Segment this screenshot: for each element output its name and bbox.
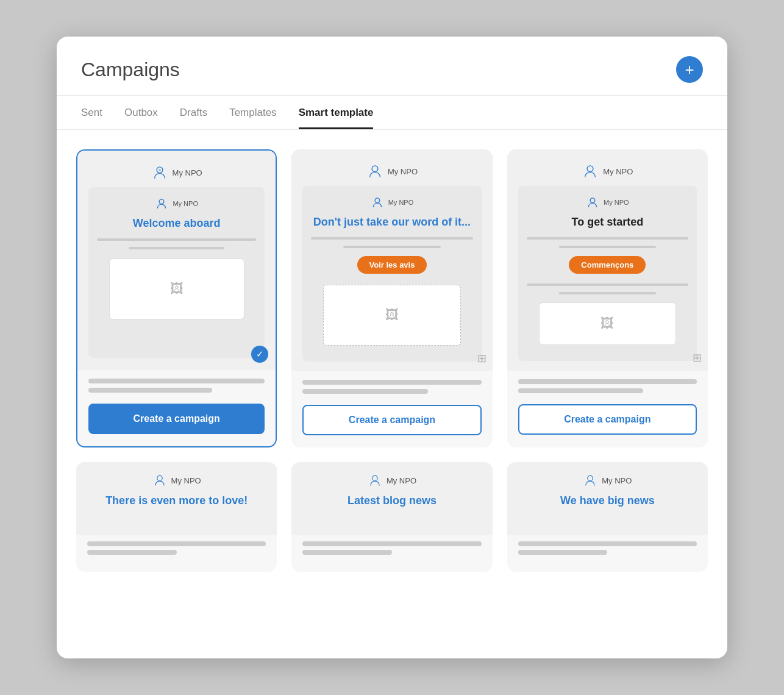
svg-point-2 bbox=[160, 199, 165, 204]
divider-7 bbox=[527, 283, 688, 286]
brand-logo-icon-3 bbox=[582, 163, 599, 180]
selected-check-badge: ✓ bbox=[251, 346, 268, 363]
inner-brand-name-1: My NPO bbox=[173, 200, 198, 207]
card-title-word: Don't just take our word of it... bbox=[313, 215, 471, 229]
image-placeholder-3: 🖼 bbox=[539, 302, 677, 345]
image-icon-1: 🖼 bbox=[170, 281, 184, 297]
text-line-1 bbox=[88, 379, 265, 383]
card-big-news-body bbox=[507, 535, 708, 560]
tab-outbox[interactable]: Outbox bbox=[124, 96, 158, 129]
card-title-blog-news: Latest blog news bbox=[347, 494, 437, 508]
create-campaign-btn-2[interactable]: Create a campaign bbox=[302, 405, 481, 435]
text-line-10 bbox=[302, 550, 392, 555]
card-big-news-preview: My NPO We have big news bbox=[507, 462, 708, 535]
card-welcome[interactable]: My NPO My NPO Welcome aboard bbox=[76, 149, 277, 447]
tab-smart-template[interactable]: Smart template bbox=[299, 96, 374, 129]
divider-2 bbox=[129, 247, 224, 249]
card-started-preview: My NPO My NPO To get started bbox=[507, 149, 708, 371]
text-line-8 bbox=[87, 550, 177, 555]
divider-5 bbox=[527, 237, 688, 240]
card-title-welcome: Welcome aboard bbox=[133, 216, 221, 230]
brand-logo-icon-6 bbox=[583, 473, 597, 488]
create-campaign-btn-1[interactable]: Create a campaign bbox=[88, 404, 265, 434]
cards-grid: My NPO My NPO Welcome aboard bbox=[76, 149, 708, 447]
card-welcome-body bbox=[77, 370, 276, 393]
brand-row-5: My NPO bbox=[368, 473, 416, 488]
tab-templates[interactable]: Templates bbox=[229, 96, 276, 129]
card-title-more-love: There is even more to love! bbox=[105, 494, 248, 508]
card-title-big-news: We have big news bbox=[560, 494, 655, 508]
page-title: Campaigns bbox=[81, 59, 180, 81]
brand-logo-icon-5 bbox=[368, 473, 382, 488]
inner-brand-name-2: My NPO bbox=[388, 199, 414, 206]
svg-point-1 bbox=[158, 169, 160, 171]
svg-point-4 bbox=[375, 198, 380, 203]
text-line-11 bbox=[518, 541, 697, 546]
voir-les-avis-btn[interactable]: Voir les avis bbox=[357, 256, 427, 274]
text-line-2 bbox=[88, 388, 212, 393]
text-line-3 bbox=[302, 380, 481, 385]
brand-name-6: My NPO bbox=[602, 476, 632, 485]
svg-point-7 bbox=[157, 476, 162, 481]
card-blog-news-body bbox=[291, 535, 492, 560]
text-line-6 bbox=[518, 388, 643, 393]
brand-logo-icon-4 bbox=[152, 473, 167, 488]
brand-row-3: My NPO bbox=[582, 163, 633, 180]
text-line-4 bbox=[302, 389, 427, 394]
tab-drafts[interactable]: Drafts bbox=[180, 96, 207, 129]
add-button[interactable]: + bbox=[676, 56, 703, 83]
svg-point-8 bbox=[372, 476, 377, 481]
card-word-body bbox=[291, 371, 492, 394]
card-word-preview: My NPO My NPO Don't just take our word o… bbox=[291, 149, 492, 371]
card-title-started: To get started bbox=[571, 215, 643, 229]
brand-row-4: My NPO bbox=[152, 473, 201, 488]
brand-row: My NPO bbox=[151, 164, 202, 181]
divider-4 bbox=[343, 246, 440, 248]
image-placeholder-1: 🖼 bbox=[109, 258, 244, 319]
card-word[interactable]: My NPO My NPO Don't just take our word o… bbox=[291, 149, 492, 447]
card-blog-news-preview: My NPO Latest blog news bbox=[291, 462, 492, 535]
card-word-inner: My NPO Don't just take our word of it...… bbox=[302, 186, 481, 362]
text-line-9 bbox=[302, 541, 481, 546]
card-big-news[interactable]: My NPO We have big news bbox=[507, 462, 708, 572]
bottom-cards-grid: My NPO There is even more to love! bbox=[76, 462, 708, 591]
divider-8 bbox=[559, 292, 656, 294]
divider-3 bbox=[311, 237, 472, 240]
grid-icon-2: ⊞ bbox=[477, 352, 486, 365]
inner-brand-name-3: My NPO bbox=[604, 199, 629, 206]
card-more-love[interactable]: My NPO There is even more to love! bbox=[76, 462, 277, 572]
inner-brand-logo-2 bbox=[371, 196, 384, 209]
tabs-bar: Sent Outbox Drafts Templates Smart templ… bbox=[57, 96, 727, 130]
card-welcome-inner: My NPO Welcome aboard 🖼 bbox=[88, 187, 265, 358]
divider-1 bbox=[97, 238, 256, 241]
text-line-12 bbox=[518, 550, 608, 555]
header: Campaigns + bbox=[57, 37, 727, 96]
card-blog-news[interactable]: My NPO Latest blog news bbox=[291, 462, 492, 572]
svg-point-3 bbox=[372, 166, 378, 172]
inner-brand-row-1: My NPO bbox=[155, 197, 198, 210]
commencons-btn[interactable]: Commençons bbox=[569, 256, 646, 274]
brand-row-6: My NPO bbox=[583, 473, 632, 488]
text-line-7 bbox=[87, 541, 266, 546]
main-window: Campaigns + Sent Outbox Drafts Templates… bbox=[57, 37, 727, 658]
svg-point-5 bbox=[587, 166, 593, 172]
check-icon: ✓ bbox=[256, 349, 264, 360]
brand-name-1: My NPO bbox=[173, 168, 202, 177]
grid-icon-3: ⊞ bbox=[693, 351, 702, 365]
brand-row-2: My NPO bbox=[366, 163, 418, 180]
plus-icon: + bbox=[685, 62, 694, 77]
image-placeholder-2: 🖼 bbox=[323, 285, 461, 346]
tab-sent[interactable]: Sent bbox=[81, 96, 102, 129]
brand-name-3: My NPO bbox=[603, 167, 633, 176]
image-icon-2: 🖼 bbox=[385, 307, 399, 323]
image-icon-3: 🖼 bbox=[600, 316, 614, 332]
svg-point-9 bbox=[588, 476, 593, 481]
brand-name-5: My NPO bbox=[387, 476, 416, 485]
svg-point-6 bbox=[590, 198, 595, 203]
card-started-body bbox=[507, 371, 708, 393]
divider-6 bbox=[559, 246, 656, 248]
card-started[interactable]: My NPO My NPO To get started bbox=[507, 149, 708, 447]
brand-logo-icon bbox=[151, 164, 168, 181]
create-campaign-btn-3[interactable]: Create a campaign bbox=[518, 404, 697, 435]
card-more-love-body bbox=[76, 535, 277, 560]
